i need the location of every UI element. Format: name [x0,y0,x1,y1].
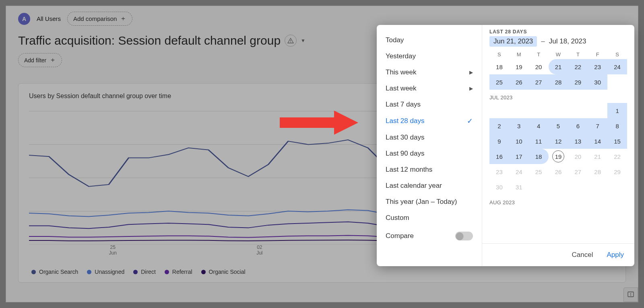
legend-label: Unassigned [95,269,124,275]
apply-button[interactable]: Apply [603,248,627,261]
preset-option[interactable]: This week▶ [377,64,482,80]
x-axis-tick: 25Jun [109,244,117,256]
calendar-day[interactable]: 16 [489,149,509,164]
compare-toggle[interactable] [455,232,473,240]
calendar-day[interactable]: 20 [529,59,549,74]
calendar-day[interactable]: 1 [607,103,627,118]
range-separator: – [541,37,545,45]
calendar-day: 31 [509,179,529,195]
compare-label: Compare [386,232,414,240]
dow-label: M [509,51,529,57]
calendar-day[interactable]: 2 [489,118,509,133]
calendar-day[interactable]: 27 [529,74,549,90]
dow-label: S [489,51,509,57]
preset-option[interactable]: Last 28 days✓ [377,113,482,129]
warning-icon[interactable] [285,35,297,47]
chevron-right-icon: ▶ [469,86,473,91]
calendar-day [607,74,627,90]
month-label: JUL 2023 [489,94,627,101]
calendar-day[interactable]: 22 [568,59,588,74]
preset-option[interactable]: Last 90 days [377,146,482,162]
calendar-day[interactable]: 24 [607,59,627,74]
plus-icon: ＋ [120,14,126,23]
calendar-day[interactable]: 5 [549,118,568,133]
calendar-body[interactable]: 18192021222324252627282930JUL 2023123456… [482,59,634,243]
calendar-day[interactable]: 28 [549,74,568,90]
svg-point-1 [290,42,291,43]
calendar-day[interactable]: 30 [588,74,607,90]
svg-marker-16 [334,111,358,135]
preset-option[interactable]: Last 12 months [377,162,482,178]
calendar-day[interactable]: 19 [509,59,529,74]
dow-label: F [588,51,607,57]
calendar-day[interactable]: 17 [509,149,529,164]
preset-option[interactable]: Custom [377,210,482,226]
calendar-day[interactable]: 3 [509,118,529,133]
calendar-day[interactable]: 11 [529,133,549,149]
preset-option[interactable]: This year (Jan – Today) [377,194,482,210]
preset-option[interactable]: Today [377,32,482,48]
calendar-day[interactable]: 18 [489,59,509,74]
legend-item[interactable]: Direct [133,269,156,275]
feedback-icon[interactable] [623,287,638,302]
preset-option[interactable]: Yesterday [377,48,482,64]
segment-label[interactable]: All Users [37,15,61,22]
svg-rect-15 [280,117,334,128]
dow-label: W [549,51,568,57]
calendar-day[interactable]: 21 [549,59,568,74]
legend-item[interactable]: Organic Social [201,269,246,275]
calendar-day[interactable]: 10 [509,133,529,149]
plus-icon: ＋ [50,56,56,64]
dow-label: S [607,51,627,57]
preset-option[interactable]: Last 7 days [377,97,482,113]
day-of-week-header: SMTWTFS [482,50,634,59]
calendar-day[interactable]: 23 [588,59,607,74]
calendar-day[interactable]: 12 [549,133,568,149]
calendar-day: 29 [607,164,627,179]
calendar-day: 27 [568,164,588,179]
legend-color-dot [87,270,91,274]
calendar-day[interactable]: 4 [529,118,549,133]
compare-row: Compare [377,226,482,246]
calendar-day[interactable]: 13 [568,133,588,149]
segment-chip[interactable]: A [18,13,30,25]
calendar-day [588,103,607,118]
add-filter-button[interactable]: Add filter ＋ [18,53,62,67]
legend-label: Direct [141,269,156,275]
calendar-day[interactable]: 25 [489,74,509,90]
calendar-day: 30 [489,179,509,195]
calendar-day[interactable]: 29 [568,74,588,90]
calendar-day[interactable]: 18 [529,149,549,164]
legend-label: Organic Search [39,269,78,275]
annotation-arrow-icon [280,109,360,137]
calendar-day[interactable]: 9 [489,133,509,149]
range-header: LAST 28 DAYS Jun 21, 2023 – Jul 18, 2023 [482,25,634,50]
legend-item[interactable]: Referral [165,269,192,275]
calendar-day: 26 [549,164,568,179]
preset-option[interactable]: Last calendar year [377,178,482,194]
add-comparison-label: Add comparison [73,15,117,22]
calendar-day[interactable]: 26 [509,74,529,90]
calendar-day[interactable]: 14 [588,133,607,149]
preset-option[interactable]: Last week▶ [377,80,482,97]
calendar-day[interactable]: 6 [568,118,588,133]
check-icon: ✓ [467,117,473,125]
add-comparison-button[interactable]: Add comparison ＋ [67,12,132,26]
legend-item[interactable]: Organic Search [31,269,78,275]
calendar-day[interactable]: 8 [607,118,627,133]
range-start-date[interactable]: Jun 21, 2023 [489,36,537,47]
x-axis-tick: 02Jul [256,244,262,256]
range-end-date[interactable]: Jul 18, 2023 [549,37,586,45]
chevron-down-icon[interactable]: ▼ [301,38,305,43]
calendar-day: 22 [607,149,627,164]
calendar-day[interactable]: 15 [607,133,627,149]
preset-option[interactable]: Last 30 days [377,129,482,146]
cancel-button[interactable]: Cancel [569,248,597,261]
legend-color-dot [201,270,206,274]
legend-item[interactable]: Unassigned [87,269,124,275]
svg-point-14 [630,295,631,296]
month-label: AUG 2023 [489,199,627,205]
calendar-day [549,103,568,118]
calendar-day[interactable]: 7 [588,118,607,133]
calendar-day[interactable]: 19 [549,149,568,164]
